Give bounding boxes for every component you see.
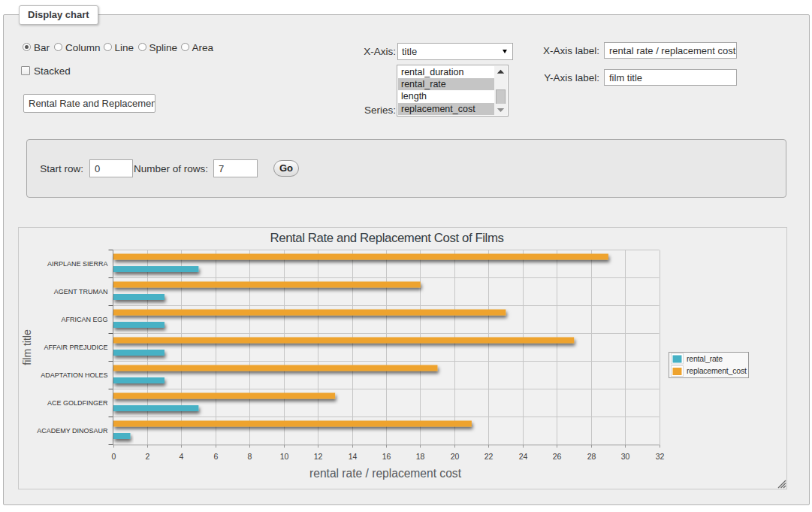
svg-text:14: 14 [349, 452, 358, 461]
svg-text:AFFAIR PREJUDICE: AFFAIR PREJUDICE [44, 344, 107, 351]
svg-text:rental rate / replacement cost: rental rate / replacement cost [309, 467, 462, 480]
svg-text:16: 16 [382, 452, 391, 461]
svg-text:ACE GOLDFINGER: ACE GOLDFINGER [47, 399, 108, 407]
svg-text:10: 10 [280, 452, 289, 461]
svg-text:8: 8 [248, 452, 252, 461]
svg-text:28: 28 [587, 452, 596, 461]
svg-text:20: 20 [451, 452, 460, 461]
svg-text:32: 32 [656, 452, 665, 461]
svg-text:22: 22 [484, 452, 494, 461]
svg-text:film title: film title [21, 329, 33, 365]
svg-text:30: 30 [621, 452, 630, 461]
svg-text:ADAPTATION HOLES: ADAPTATION HOLES [41, 371, 107, 379]
svg-text:4: 4 [180, 452, 184, 461]
svg-text:18: 18 [416, 452, 425, 461]
svg-text:AGENT TRUMAN: AGENT TRUMAN [54, 288, 108, 295]
svg-text:ACADEMY DINOSAUR: ACADEMY DINOSAUR [37, 427, 108, 435]
svg-text:AFRICAN EGG: AFRICAN EGG [61, 316, 107, 323]
svg-text:AIRPLANE SIERRA: AIRPLANE SIERRA [47, 260, 108, 268]
svg-text:26: 26 [553, 452, 562, 461]
svg-text:Rental Rate and Replacement Co: Rental Rate and Replacement Cost of Film… [270, 231, 504, 245]
svg-text:24: 24 [519, 452, 528, 461]
svg-text:rental_rate: rental_rate [687, 354, 723, 363]
svg-text:6: 6 [214, 452, 219, 461]
svg-text:replacement_cost: replacement_cost [687, 366, 747, 375]
svg-text:0: 0 [112, 452, 116, 461]
svg-text:2: 2 [146, 452, 150, 461]
svg-text:12: 12 [314, 452, 323, 461]
